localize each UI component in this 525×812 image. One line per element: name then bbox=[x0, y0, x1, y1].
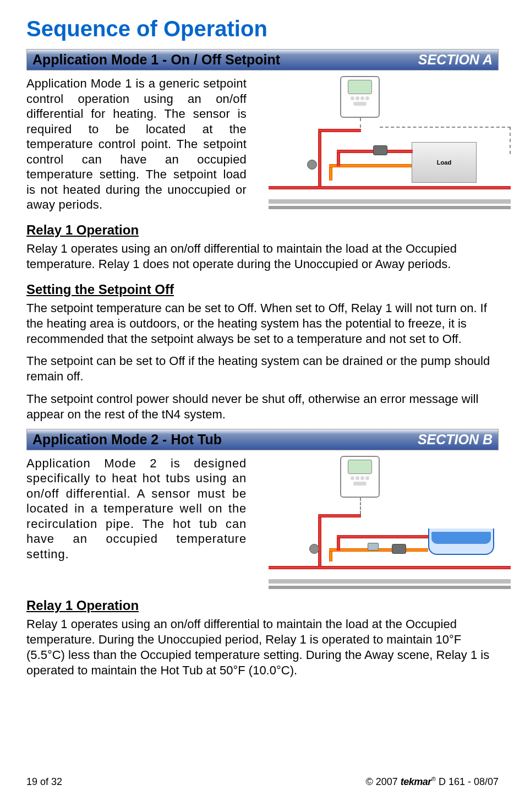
dash-vertical bbox=[510, 127, 511, 154]
reg-mark: ® bbox=[431, 776, 436, 782]
page-title: Sequence of Operation bbox=[26, 17, 499, 41]
section-a-diagram: Load bbox=[258, 76, 511, 208]
section-b-label: SECTION B bbox=[418, 432, 493, 448]
section-a-bar: Application Mode 1 - On / Off Setpoint S… bbox=[26, 49, 499, 70]
section-b-diagram bbox=[258, 456, 511, 588]
red-to-tub bbox=[337, 535, 428, 538]
pump-icon bbox=[307, 160, 317, 170]
thermostat-icon-b bbox=[340, 456, 380, 498]
thermostat-icon bbox=[340, 76, 380, 118]
footer-right: © 2007 tekmar® D 161 - 08/07 bbox=[365, 776, 499, 788]
relay1-head-a: Relay 1 Operation bbox=[26, 222, 499, 238]
relay1-body-a: Relay 1 operates using an on/off differe… bbox=[26, 241, 499, 272]
mix-horizontal bbox=[329, 164, 412, 167]
copyright: © 2007 bbox=[365, 776, 397, 787]
doc-number: D 161 - 08/07 bbox=[439, 776, 499, 787]
relay1-head-b: Relay 1 Operation bbox=[26, 598, 499, 613]
return-band-1b bbox=[269, 579, 511, 584]
return-band-1 bbox=[269, 199, 511, 204]
load-box: Load bbox=[412, 142, 477, 183]
supply-to-thermo-b bbox=[318, 514, 361, 517]
setoff-head: Setting the Setpoint Off bbox=[26, 282, 499, 297]
section-b-title: Application Mode 2 - Hot Tub bbox=[32, 432, 222, 448]
valve-icon bbox=[373, 145, 387, 155]
section-a-title: Application Mode 1 - On / Off Setpoint bbox=[32, 52, 280, 68]
setoff-p2: The setpoint can be set to Off if the he… bbox=[26, 353, 499, 384]
brand-name: tekmar bbox=[401, 776, 431, 787]
return-band-2 bbox=[269, 206, 511, 209]
dash-horizontal bbox=[380, 127, 511, 128]
section-b-intro: Application Mode 2 is designed specifica… bbox=[26, 456, 247, 588]
setoff-p3: The setpoint control power should never … bbox=[26, 391, 499, 422]
supply-main-b bbox=[269, 566, 511, 569]
hot-tub-icon bbox=[428, 528, 494, 555]
wire-line bbox=[360, 118, 361, 128]
relay1-body-b: Relay 1 operates using an on/off differe… bbox=[26, 617, 499, 679]
valve-icon-b bbox=[392, 544, 406, 554]
supply-riser bbox=[318, 129, 321, 187]
setoff-p1: The setpoint temperature can be set to O… bbox=[26, 301, 499, 347]
load-label: Load bbox=[437, 159, 451, 166]
section-b-bar: Application Mode 2 - Hot Tub SECTION B bbox=[26, 429, 499, 450]
supply-main bbox=[269, 186, 511, 189]
supply-to-thermo bbox=[318, 129, 361, 132]
section-a-intro: Application Mode 1 is a generic setpoint… bbox=[26, 76, 247, 212]
supply-riser-b bbox=[318, 514, 321, 567]
wire-line-b bbox=[360, 498, 361, 514]
page-number: 19 of 32 bbox=[26, 776, 62, 788]
sensor-icon bbox=[368, 543, 379, 551]
page-footer: 19 of 32 © 2007 tekmar® D 161 - 08/07 bbox=[0, 776, 525, 788]
mix-horizontal-b bbox=[329, 548, 428, 552]
section-a-label: SECTION A bbox=[418, 52, 493, 68]
pump-icon-b bbox=[309, 544, 319, 554]
return-band-2b bbox=[269, 586, 511, 589]
